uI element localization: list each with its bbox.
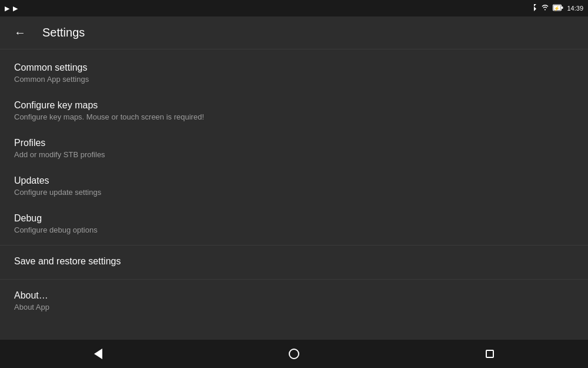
settings-item-title-updates: Updates [14,175,574,186]
svg-text:⚡: ⚡ [554,5,560,11]
svg-point-0 [544,9,546,11]
status-bar-right: ⚡ 14:39 [530,4,583,13]
settings-item-subtitle-debug: Configure debug options [14,226,574,234]
settings-item-title-save-restore: Save and restore settings [14,256,574,267]
settings-item-title-about: About… [14,290,574,301]
nav-back-icon [94,349,102,359]
divider-5 [0,279,588,280]
nav-home-icon [289,349,299,359]
settings-item-subtitle-common-settings: Common App settings [14,75,574,84]
nav-recent-button[interactable] [472,340,507,368]
settings-item-title-configure-key-maps: Configure key maps [14,100,574,111]
settings-item-title-debug: Debug [14,213,574,224]
status-bar: ▶ ▶ ⚡ [0,0,588,16]
settings-item-save-restore[interactable]: Save and restore settings [0,248,588,277]
divider-4 [0,245,588,246]
bluetooth-icon [530,4,537,13]
settings-item-title-profiles: Profiles [14,138,574,148]
settings-item-subtitle-about: About App [14,303,574,311]
settings-item-profiles[interactable]: ProfilesAdd or modify STB profiles [0,130,588,167]
settings-item-debug[interactable]: DebugConfigure debug options [0,205,588,243]
navigation-bar [0,340,588,368]
settings-item-subtitle-profiles: Add or modify STB profiles [14,150,574,159]
app-bar: ← Settings [0,16,588,49]
back-button[interactable]: ← [9,22,31,44]
app-bar-title: Settings [42,26,85,39]
nav-back-button[interactable] [81,340,116,368]
svg-rect-3 [562,6,563,9]
settings-item-title-common-settings: Common settings [14,62,574,73]
settings-item-configure-key-maps[interactable]: Configure key mapsConfigure key maps. Mo… [0,92,588,130]
settings-list: Common settingsCommon App settingsConfig… [0,49,588,324]
settings-item-about[interactable]: About…About App [0,282,588,320]
settings-item-updates[interactable]: UpdatesConfigure update settings [0,167,588,205]
app-icon-1: ▶ [5,5,9,12]
settings-item-subtitle-updates: Configure update settings [14,188,574,197]
battery-icon: ⚡ [553,4,563,12]
nav-recent-icon [486,350,494,358]
settings-item-common-settings[interactable]: Common settingsCommon App settings [0,54,588,92]
nav-home-button[interactable] [276,340,312,368]
wifi-icon [541,4,549,12]
app-icon-2: ▶ [13,5,18,12]
status-bar-left: ▶ ▶ [5,5,18,12]
time-display: 14:39 [567,5,583,12]
settings-item-subtitle-configure-key-maps: Configure key maps. Mouse or touch scree… [14,112,574,121]
